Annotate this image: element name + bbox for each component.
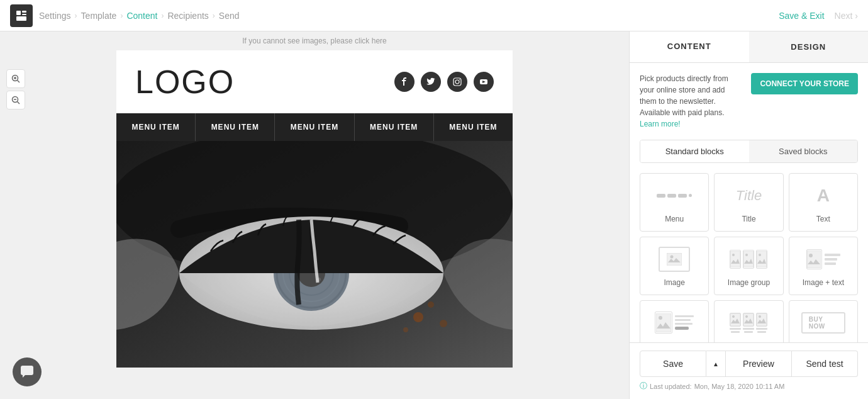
connect-store-button[interactable]: CONNECT YOUR STORE: [751, 73, 858, 94]
block-image-group-preview: [726, 245, 771, 273]
svg-point-27: [413, 312, 423, 322]
next-button[interactable]: Next ›: [835, 11, 858, 21]
save-dropdown-button[interactable]: ▲: [706, 351, 726, 377]
learn-more-link[interactable]: Learn more!: [640, 120, 681, 128]
tab-design[interactable]: DESIGN: [749, 31, 869, 62]
youtube-icon[interactable]: [474, 72, 494, 92]
breadcrumb-settings[interactable]: Settings: [39, 11, 71, 21]
svg-rect-1: [22, 11, 26, 13]
svg-rect-43: [730, 313, 740, 326]
top-nav: Settings › Template › Content › Recipien…: [0, 0, 868, 31]
svg-rect-31: [667, 253, 682, 266]
blocks-grid: Menu Title Title A Text: [640, 173, 858, 342]
breadcrumb-recipients[interactable]: Recipients: [167, 11, 208, 21]
panel-footer: Save ▲ Preview Send test ⓘ Last updated:…: [630, 342, 868, 399]
block-featured-product-preview: [652, 308, 696, 337]
save-button[interactable]: Save: [640, 351, 706, 377]
instagram-icon[interactable]: [447, 72, 467, 92]
preview-button[interactable]: Preview: [726, 351, 792, 377]
menu-item-5[interactable]: MENU ITEM: [434, 113, 513, 141]
svg-rect-41: [656, 313, 671, 332]
zoom-controls: [6, 69, 25, 110]
blocks-tabs: Standard blocks Saved blocks: [640, 140, 858, 163]
block-image-group-label: Image group: [728, 278, 770, 287]
block-title-label: Title: [742, 215, 755, 223]
menu-item-3[interactable]: MENU ITEM: [275, 113, 354, 141]
block-featured-product[interactable]: Featured product: [640, 300, 709, 342]
block-text[interactable]: A Text: [789, 173, 858, 232]
block-menu-label: Menu: [665, 215, 684, 223]
block-image-text-label: Image + text: [803, 278, 844, 287]
svg-point-28: [428, 301, 434, 308]
app-logo: [10, 4, 33, 27]
footer-buttons: Save ▲ Preview Send test: [640, 351, 858, 377]
facebook-icon[interactable]: [394, 72, 415, 92]
right-panel: CONTENT DESIGN Pick products directly fr…: [629, 31, 868, 399]
svg-rect-11: [453, 78, 461, 86]
svg-point-32: [670, 255, 674, 258]
chevron-icon-2: ›: [120, 11, 123, 20]
info-icon: ⓘ: [640, 381, 647, 391]
panel-body: Pick products directly from your online …: [630, 63, 868, 342]
block-image[interactable]: Image: [640, 237, 709, 295]
last-updated-label: Last updated:: [650, 383, 692, 390]
store-connect-box: Pick products directly from your online …: [640, 73, 858, 130]
social-icons: [394, 72, 494, 92]
svg-rect-49: [21, 366, 33, 375]
block-product-listing[interactable]: Product listing: [714, 300, 783, 342]
svg-point-29: [403, 327, 408, 332]
svg-point-34: [732, 254, 735, 256]
breadcrumb-content[interactable]: Content: [126, 11, 157, 21]
svg-point-48: [759, 315, 761, 318]
zoom-out-button[interactable]: [6, 91, 25, 110]
menu-item-1[interactable]: MENU ITEM: [116, 113, 196, 141]
panel-tabs: CONTENT DESIGN: [630, 31, 868, 63]
nav-left: Settings › Template › Content › Recipien…: [10, 4, 240, 27]
send-test-button[interactable]: Send test: [792, 351, 858, 377]
svg-rect-33: [730, 251, 740, 267]
block-title[interactable]: Title Title: [714, 173, 783, 232]
svg-rect-0: [16, 11, 21, 15]
save-exit-button[interactable]: Save & Exit: [779, 11, 824, 21]
svg-point-40: [809, 254, 813, 257]
svg-point-38: [759, 254, 761, 256]
block-button[interactable]: BUY NOW Button: [789, 300, 858, 342]
saved-blocks-tab[interactable]: Saved blocks: [749, 140, 858, 162]
svg-rect-37: [757, 251, 767, 267]
breadcrumb: Settings › Template › Content › Recipien…: [39, 11, 240, 21]
chevron-icon-3: ›: [161, 11, 164, 20]
block-text-preview: A: [801, 181, 845, 210]
svg-point-46: [745, 315, 748, 318]
nav-right: Save & Exit Next ›: [779, 11, 858, 21]
email-menu-bar: MENU ITEM MENU ITEM MENU ITEM MENU ITEM …: [116, 113, 513, 141]
svg-rect-3: [16, 16, 26, 21]
main-area: If you cannot see images, please click h…: [0, 31, 868, 399]
next-chevron-icon: ›: [855, 11, 858, 21]
block-text-label: Text: [816, 215, 830, 223]
block-image-group[interactable]: Image group: [714, 237, 783, 295]
preview-area[interactable]: If you cannot see images, please click h…: [0, 31, 629, 399]
breadcrumb-send[interactable]: Send: [219, 11, 240, 21]
menu-item-2[interactable]: MENU ITEM: [196, 113, 275, 141]
chat-fab[interactable]: [13, 357, 42, 386]
svg-point-44: [732, 315, 735, 318]
svg-line-9: [18, 102, 20, 104]
svg-rect-35: [743, 251, 754, 267]
block-menu[interactable]: Menu: [640, 173, 709, 232]
email-info-bar: If you cannot see images, please click h…: [0, 31, 629, 50]
menu-item-4[interactable]: MENU ITEM: [355, 113, 434, 141]
svg-point-13: [459, 79, 460, 80]
svg-point-42: [659, 316, 662, 320]
block-menu-preview: [652, 181, 696, 210]
tab-content[interactable]: CONTENT: [630, 31, 749, 62]
block-image-text[interactable]: Image + text: [789, 237, 858, 295]
zoom-in-button[interactable]: [6, 69, 25, 88]
standard-blocks-tab[interactable]: Standard blocks: [640, 140, 749, 162]
breadcrumb-template[interactable]: Template: [81, 11, 117, 21]
svg-point-36: [745, 254, 748, 256]
chevron-icon-4: ›: [213, 11, 215, 20]
svg-line-5: [18, 81, 20, 83]
twitter-icon[interactable]: [421, 72, 441, 92]
svg-point-12: [455, 80, 459, 84]
block-image-text-preview: [801, 245, 845, 273]
